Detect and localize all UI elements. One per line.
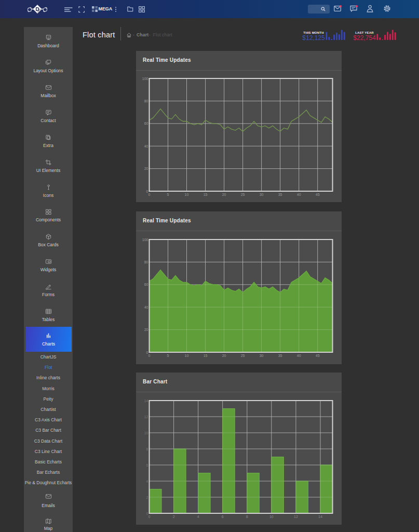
svg-text:10: 10 (184, 193, 188, 196)
svg-text:40: 40 (144, 305, 148, 309)
svg-text:4: 4 (197, 515, 199, 518)
svg-text:8: 8 (146, 447, 148, 450)
svg-text:60: 60 (144, 122, 148, 125)
svg-text:30: 30 (259, 354, 263, 357)
svg-text:5: 5 (167, 193, 169, 196)
svg-text:8: 8 (246, 515, 248, 518)
svg-text:45: 45 (315, 193, 319, 196)
svg-text:25: 25 (240, 354, 245, 357)
svg-text:35: 35 (278, 354, 282, 357)
svg-text:40: 40 (296, 354, 301, 357)
svg-text:15: 15 (203, 193, 207, 196)
svg-text:100: 100 (142, 237, 148, 241)
svg-text:0: 0 (148, 193, 150, 196)
svg-text:15: 15 (203, 354, 207, 357)
svg-text:12: 12 (144, 415, 148, 418)
svg-text:30: 30 (259, 193, 263, 196)
svg-text:12: 12 (294, 515, 298, 518)
svg-text:40: 40 (296, 193, 301, 196)
svg-text:10: 10 (184, 354, 188, 357)
svg-text:80: 80 (144, 260, 148, 263)
svg-text:20: 20 (222, 193, 226, 196)
svg-text:60: 60 (144, 283, 148, 286)
svg-text:40: 40 (144, 144, 148, 148)
svg-text:100: 100 (142, 76, 148, 80)
svg-text:6: 6 (221, 515, 223, 518)
svg-text:2: 2 (146, 495, 148, 499)
svg-text:5: 5 (167, 354, 169, 357)
svg-text:20: 20 (144, 328, 148, 331)
svg-text:10: 10 (269, 515, 273, 518)
svg-text:4: 4 (146, 479, 148, 483)
svg-text:25: 25 (240, 193, 245, 196)
svg-text:20: 20 (222, 354, 226, 357)
svg-text:6: 6 (146, 463, 148, 467)
svg-text:35: 35 (278, 193, 282, 196)
svg-text:2: 2 (172, 515, 174, 518)
svg-text:10: 10 (144, 431, 148, 434)
svg-text:0: 0 (148, 354, 150, 357)
svg-text:45: 45 (315, 354, 319, 357)
svg-text:14: 14 (144, 398, 148, 402)
svg-text:0: 0 (148, 515, 150, 518)
svg-text:80: 80 (144, 99, 148, 102)
svg-text:14: 14 (318, 515, 322, 518)
svg-text:20: 20 (144, 167, 148, 170)
